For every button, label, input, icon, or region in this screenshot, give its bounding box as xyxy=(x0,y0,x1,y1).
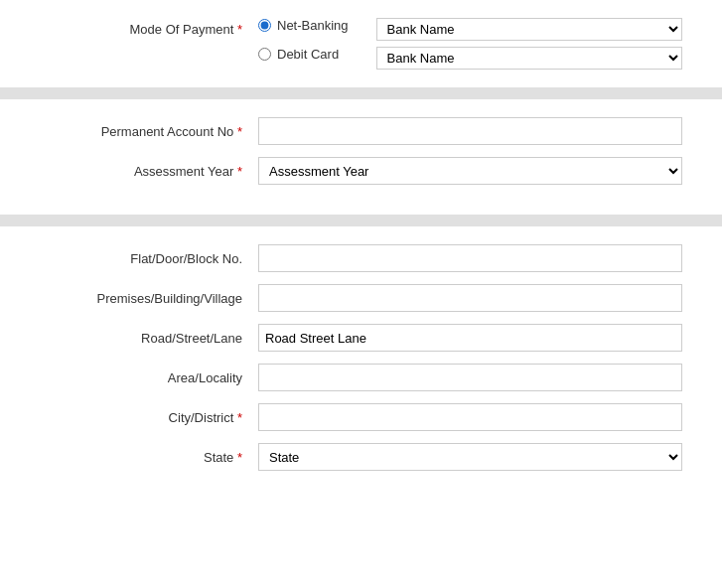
pan-input[interactable] xyxy=(258,117,682,145)
debit-card-option[interactable]: Debit Card xyxy=(258,47,349,62)
flat-label: Flat/Door/Block No. xyxy=(40,251,258,266)
area-row: Area/Locality xyxy=(40,364,682,391)
flat-row: Flat/Door/Block No. xyxy=(40,244,682,272)
assessment-label: Assessment Year * xyxy=(40,164,258,179)
payment-section: Mode Of Payment * Net-Banking Debit Card… xyxy=(0,0,722,87)
debit-card-label[interactable]: Debit Card xyxy=(277,47,339,62)
divider-2 xyxy=(0,215,722,226)
premises-input[interactable] xyxy=(258,284,682,312)
net-banking-radio[interactable] xyxy=(258,19,271,32)
payment-label: Mode Of Payment xyxy=(130,22,234,37)
account-section: Permanent Account No * Assessment Year *… xyxy=(0,99,722,215)
bank-selects: Bank Name Bank Name xyxy=(376,18,682,70)
area-label: Area/Locality xyxy=(40,370,258,385)
payment-required-mark: * xyxy=(237,22,242,37)
pan-label: Permanent Account No * xyxy=(40,124,258,139)
road-label: Road/Street/Lane xyxy=(40,331,258,346)
bank-select-1[interactable]: Bank Name xyxy=(376,18,682,41)
pan-row: Permanent Account No * xyxy=(40,117,682,145)
state-select[interactable]: State xyxy=(258,443,682,471)
premises-label: Premises/Building/Village xyxy=(40,291,258,306)
divider-1 xyxy=(0,87,722,99)
debit-card-radio[interactable] xyxy=(258,48,271,61)
road-row: Road/Street/Lane xyxy=(40,324,682,352)
assessment-select[interactable]: Assessment Year xyxy=(258,157,682,185)
state-row: State * State xyxy=(40,443,682,471)
road-input[interactable] xyxy=(258,324,682,352)
net-banking-label[interactable]: Net-Banking xyxy=(277,18,349,33)
flat-input[interactable] xyxy=(258,244,682,272)
city-label: City/District * xyxy=(40,410,258,425)
state-label: State * xyxy=(40,450,258,465)
payment-radio-group: Net-Banking Debit Card xyxy=(258,18,361,62)
assessment-row: Assessment Year * Assessment Year xyxy=(40,157,682,185)
area-input[interactable] xyxy=(258,364,682,391)
address-section: Flat/Door/Block No. Premises/Building/Vi… xyxy=(0,226,722,501)
net-banking-option[interactable]: Net-Banking xyxy=(258,18,349,33)
premises-row: Premises/Building/Village xyxy=(40,284,682,312)
city-row: City/District * xyxy=(40,403,682,431)
bank-select-2[interactable]: Bank Name xyxy=(376,47,682,70)
city-input[interactable] xyxy=(258,403,682,431)
